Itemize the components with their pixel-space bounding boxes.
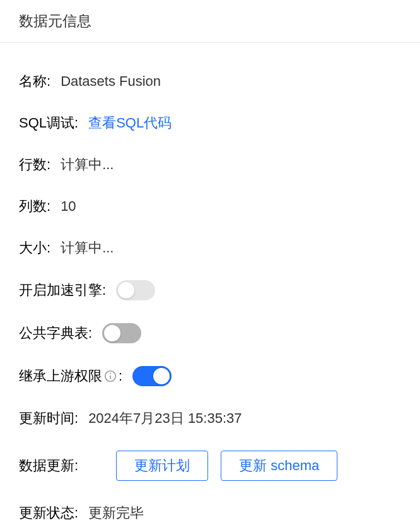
label-data-update: 数据更新:: [19, 456, 78, 475]
row-size: 大小: 计算中...: [19, 239, 401, 257]
info-circle-icon[interactable]: [103, 369, 117, 383]
row-update-status: 更新状态: 更新完毕: [19, 504, 401, 523]
label-size: 大小:: [19, 239, 50, 257]
update-plan-button[interactable]: 更新计划: [116, 451, 208, 481]
row-name: 名称: Datasets Fusion: [19, 72, 401, 91]
value-update-status: 更新完毕: [88, 504, 144, 523]
value-name: Datasets Fusion: [61, 73, 161, 90]
row-cols: 列数: 10: [19, 197, 401, 216]
label-name: 名称:: [19, 72, 50, 91]
toggle-knob: [153, 368, 170, 384]
row-data-update: 数据更新: 更新计划 更新 schema: [19, 451, 401, 481]
panel-title: 数据元信息: [0, 0, 420, 43]
label-public-dict: 公共字典表:: [19, 324, 92, 343]
label-inherit-perm: 继承上游权限 :: [19, 367, 122, 386]
row-accel-engine: 开启加速引擎:: [19, 280, 401, 300]
value-cols: 10: [61, 198, 76, 215]
label-cols: 列数:: [19, 197, 50, 216]
label-sql-debug: SQL调试:: [19, 114, 78, 133]
toggle-knob: [104, 325, 120, 341]
link-view-sql[interactable]: 查看SQL代码: [88, 114, 172, 133]
toggle-public-dict[interactable]: [102, 323, 141, 343]
label-inherit-perm-colon: :: [119, 368, 122, 384]
row-update-time: 更新时间: 2024年7月23日 15:35:37: [19, 409, 401, 428]
row-sql-debug: SQL调试: 查看SQL代码: [19, 114, 401, 133]
label-update-time: 更新时间:: [19, 409, 78, 428]
label-update-status: 更新状态:: [19, 504, 78, 523]
value-rows: 计算中...: [61, 155, 114, 174]
svg-point-2: [110, 373, 111, 374]
toggle-knob: [118, 282, 134, 299]
label-rows: 行数:: [19, 155, 50, 174]
toggle-inherit-perm[interactable]: [132, 366, 172, 386]
value-size: 计算中...: [61, 239, 114, 257]
panel-body: 名称: Datasets Fusion SQL调试: 查看SQL代码 行数: 计…: [0, 43, 420, 532]
value-update-time: 2024年7月23日 15:35:37: [88, 409, 242, 428]
toggle-accel-engine[interactable]: [116, 280, 155, 300]
update-schema-button[interactable]: 更新 schema: [221, 451, 337, 481]
row-public-dict: 公共字典表:: [19, 323, 401, 343]
buttons-group: 更新计划 更新 schema: [116, 451, 337, 481]
label-accel-engine: 开启加速引擎:: [19, 281, 106, 300]
row-inherit-perm: 继承上游权限 :: [19, 366, 401, 386]
label-inherit-perm-text: 继承上游权限: [19, 367, 102, 386]
row-rows: 行数: 计算中...: [19, 155, 401, 174]
